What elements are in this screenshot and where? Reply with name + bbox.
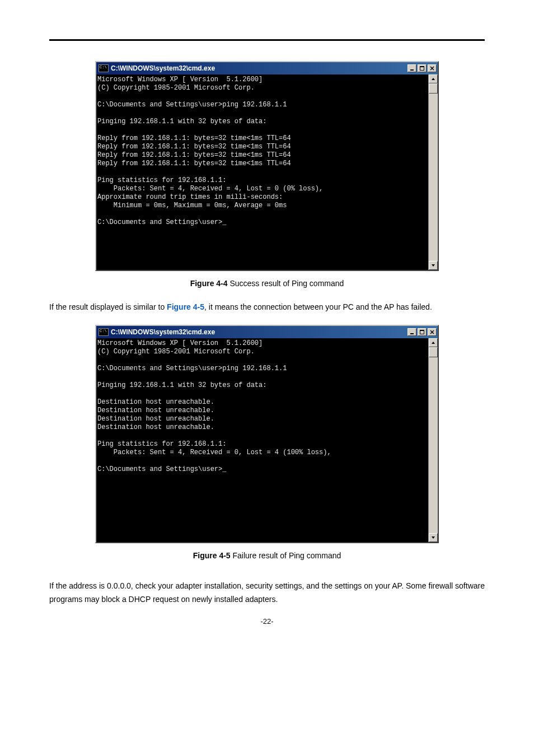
maximize-button[interactable] xyxy=(418,64,427,72)
scroll-thumb[interactable] xyxy=(429,347,438,357)
scroll-thumb[interactable] xyxy=(429,83,438,94)
svg-rect-0 xyxy=(410,69,414,71)
scroll-up-button[interactable] xyxy=(429,338,438,347)
terminal-output: Microsoft Windows XP [ Version 5.1.2600]… xyxy=(96,338,428,542)
window-title: C:\WINDOWS\system32\cmd.exe xyxy=(111,328,215,336)
header-rule xyxy=(49,39,485,41)
close-button[interactable] xyxy=(428,328,437,336)
close-button[interactable] xyxy=(428,64,437,72)
cmd-icon: C:\ xyxy=(99,328,109,336)
figure-text: Success result of Ping command xyxy=(228,279,344,288)
window-title: C:\WINDOWS\system32\cmd.exe xyxy=(111,64,215,72)
paragraph-address-zero: If the address is 0.0.0.0, check your ad… xyxy=(49,579,485,606)
cmd-icon: C:\ xyxy=(99,64,109,72)
paragraph-similar-result: If the result displayed is similar to Fi… xyxy=(49,300,485,314)
terminal-text: Microsoft Windows XP [ Version 5.1.2600]… xyxy=(97,339,427,541)
figure-caption-4-5: Figure 4-5 Failure result of Ping comman… xyxy=(49,551,485,560)
svg-marker-5 xyxy=(432,78,435,80)
minimize-button[interactable] xyxy=(407,328,416,336)
maximize-button[interactable] xyxy=(418,328,427,336)
titlebar[interactable]: C:\ C:\WINDOWS\system32\cmd.exe xyxy=(96,62,438,74)
titlebar[interactable]: C:\ C:\WINDOWS\system32\cmd.exe xyxy=(96,326,438,338)
terminal-output: Microsoft Windows XP [ Version 5.1.2600]… xyxy=(96,74,428,270)
cmd-window-failure: C:\ C:\WINDOWS\system32\cmd.exe Microsof… xyxy=(95,325,439,543)
scrollbar[interactable] xyxy=(428,74,438,270)
para-text: If the result displayed is similar to xyxy=(49,302,167,311)
svg-rect-9 xyxy=(420,330,424,331)
svg-rect-7 xyxy=(410,333,414,334)
cmd-window-success: C:\ C:\WINDOWS\system32\cmd.exe Microsof… xyxy=(95,61,439,271)
page-number: -22- xyxy=(49,617,485,626)
minimize-button[interactable] xyxy=(407,64,416,72)
scroll-up-button[interactable] xyxy=(429,74,438,83)
figure-label: Figure 4-5 xyxy=(193,551,231,560)
svg-marker-12 xyxy=(432,342,435,344)
svg-marker-6 xyxy=(432,264,435,267)
para-text: , it means the connection between your P… xyxy=(204,302,432,311)
svg-rect-2 xyxy=(420,66,424,67)
figure-caption-4-4: Figure 4-4 Success result of Ping comman… xyxy=(49,279,485,288)
scroll-down-button[interactable] xyxy=(429,261,438,270)
scrollbar[interactable] xyxy=(428,338,438,542)
svg-marker-13 xyxy=(432,536,435,539)
terminal-text: Microsoft Windows XP [ Version 5.1.2600]… xyxy=(97,76,427,269)
figure-reference-link[interactable]: Figure 4-5 xyxy=(167,302,204,311)
figure-text: Failure result of Ping command xyxy=(231,551,341,560)
figure-label: Figure 4-4 xyxy=(190,279,228,288)
scroll-down-button[interactable] xyxy=(429,533,438,542)
